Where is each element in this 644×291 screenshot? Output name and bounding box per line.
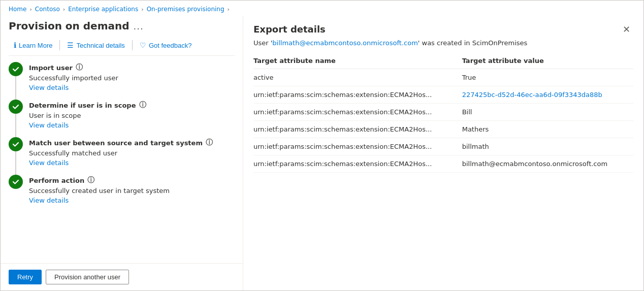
toolbar: ℹ Learn More ☰ Technical details ♡ Got f… [9, 36, 235, 56]
step-title-4: Perform action ⓘ [29, 176, 235, 185]
breadcrumb-contoso[interactable]: Contoso [35, 6, 60, 13]
step-determine-scope: Determine if user is in scope ⓘ User is … [9, 100, 235, 129]
feedback-label: Got feedback? [149, 42, 192, 49]
col-attr-value: Target attribute value [462, 53, 633, 69]
right-title: Export details [253, 24, 326, 35]
check-icon-1 [12, 65, 20, 73]
step-check-2 [9, 100, 23, 114]
table-row: urn:ietf:params:scim:schemas:extension:E… [253, 138, 633, 155]
table-row: urn:ietf:params:scim:schemas:extension:E… [253, 155, 633, 173]
step-info-icon-1[interactable]: ⓘ [76, 63, 83, 72]
more-options-icon[interactable]: ... [134, 21, 144, 31]
step-content-2: Determine if user is in scope ⓘ User is … [29, 100, 235, 129]
step-content-4: Perform action ⓘ Successfully created us… [29, 175, 235, 204]
learn-more-button[interactable]: ℹ Learn More [9, 39, 57, 51]
attr-name-cell: urn:ietf:params:scim:schemas:extension:E… [253, 121, 462, 138]
attr-value-cell: 227425bc-d52d-46ec-aa6d-09f3343da88b [462, 86, 633, 104]
step-content-3: Match user between source and target sys… [29, 137, 235, 167]
learn-more-label: Learn More [19, 42, 52, 49]
step-check-1 [9, 62, 23, 76]
retry-button[interactable]: Retry [9, 270, 42, 284]
main-window: Home › Contoso › Enterprise applications… [0, 0, 644, 291]
right-panel: Export details ✕ User 'billmath@ecmabmco… [243, 16, 643, 290]
breadcrumb-enterprise-apps[interactable]: Enterprise applications [68, 6, 138, 13]
attr-name-cell: urn:ietf:params:scim:schemas:extension:E… [253, 138, 462, 155]
technical-details-button[interactable]: ☰ Technical details [62, 39, 130, 51]
step-title-3: Match user between source and target sys… [29, 138, 235, 147]
attr-name-cell: urn:ietf:params:scim:schemas:extension:E… [253, 104, 462, 121]
breadcrumb: Home › Contoso › Enterprise applications… [1, 1, 643, 16]
step-import-user: Import user ⓘ Successfully imported user… [9, 62, 235, 91]
table-area: Target attribute name Target attribute v… [243, 53, 643, 290]
col-attr-name: Target attribute name [253, 53, 462, 69]
toolbar-divider-2 [132, 40, 133, 50]
toolbar-divider-1 [59, 40, 60, 50]
page-title: Provision on demand [9, 20, 130, 32]
attr-value-cell: Mathers [462, 121, 633, 138]
left-header: Provision on demand ... ℹ Learn More ☰ T… [1, 16, 243, 56]
right-header: Export details ✕ [243, 16, 643, 39]
attr-value-cell: billmath@ecmabmcontoso.onmicrosoft.com [462, 155, 633, 173]
technical-details-label: Technical details [76, 42, 124, 49]
step-link-2[interactable]: View details [29, 121, 69, 129]
check-icon-2 [12, 103, 20, 111]
attr-name-cell: active [253, 69, 462, 86]
heart-icon: ♡ [140, 41, 146, 49]
attr-value-cell: True [462, 69, 633, 86]
attr-value-cell: billmath [462, 138, 633, 155]
step-match-user: Match user between source and target sys… [9, 137, 235, 167]
breadcrumb-home[interactable]: Home [9, 6, 26, 13]
info-icon: ℹ [14, 41, 16, 49]
check-icon-4 [12, 178, 20, 186]
step-check-4 [9, 175, 23, 189]
step-title-2: Determine if user is in scope ⓘ [29, 101, 235, 110]
check-icon-3 [12, 140, 20, 148]
export-status: User 'billmath@ecmabmcontoso.onmicrosoft… [243, 39, 643, 53]
attr-value-cell: Bill [462, 104, 633, 121]
step-desc-4: Successfully created user in target syst… [29, 187, 235, 195]
left-footer: Retry Provision another user [1, 263, 243, 290]
close-button[interactable]: ✕ [620, 24, 633, 35]
step-desc-1: Successfully imported user [29, 74, 235, 82]
table-row: urn:ietf:params:scim:schemas:extension:E… [253, 104, 633, 121]
provision-another-button[interactable]: Provision another user [46, 270, 129, 284]
step-link-3[interactable]: View details [29, 159, 69, 167]
steps-area: Import user ⓘ Successfully imported user… [1, 56, 243, 263]
step-info-icon-2[interactable]: ⓘ [139, 101, 146, 110]
table-row: urn:ietf:params:scim:schemas:extension:E… [253, 86, 633, 104]
table-row: activeTrue [253, 69, 633, 86]
attr-name-cell: urn:ietf:params:scim:schemas:extension:E… [253, 155, 462, 173]
attr-name-cell: urn:ietf:params:scim:schemas:extension:E… [253, 86, 462, 104]
step-perform-action: Perform action ⓘ Successfully created us… [9, 175, 235, 204]
breadcrumb-on-premises[interactable]: On-premises provisioning [147, 6, 224, 13]
step-info-icon-4[interactable]: ⓘ [87, 176, 94, 185]
page-title-row: Provision on demand ... [9, 20, 235, 32]
main-layout: Provision on demand ... ℹ Learn More ☰ T… [1, 16, 643, 290]
step-check-3 [9, 137, 23, 151]
step-info-icon-3[interactable]: ⓘ [206, 138, 213, 147]
step-desc-2: User is in scope [29, 112, 235, 119]
step-link-4[interactable]: View details [29, 197, 69, 204]
export-username: billmath@ecmabmcontoso.onmicrosoft.com [272, 39, 417, 47]
step-desc-3: Successfully matched user [29, 149, 235, 157]
step-link-1[interactable]: View details [29, 84, 69, 91]
left-panel: Provision on demand ... ℹ Learn More ☰ T… [1, 16, 243, 290]
step-content-1: Import user ⓘ Successfully imported user… [29, 62, 235, 91]
step-title-1: Import user ⓘ [29, 63, 235, 72]
table-row: urn:ietf:params:scim:schemas:extension:E… [253, 121, 633, 138]
list-icon: ☰ [67, 41, 74, 49]
feedback-button[interactable]: ♡ Got feedback? [135, 39, 197, 51]
attribute-table: Target attribute name Target attribute v… [253, 53, 633, 173]
